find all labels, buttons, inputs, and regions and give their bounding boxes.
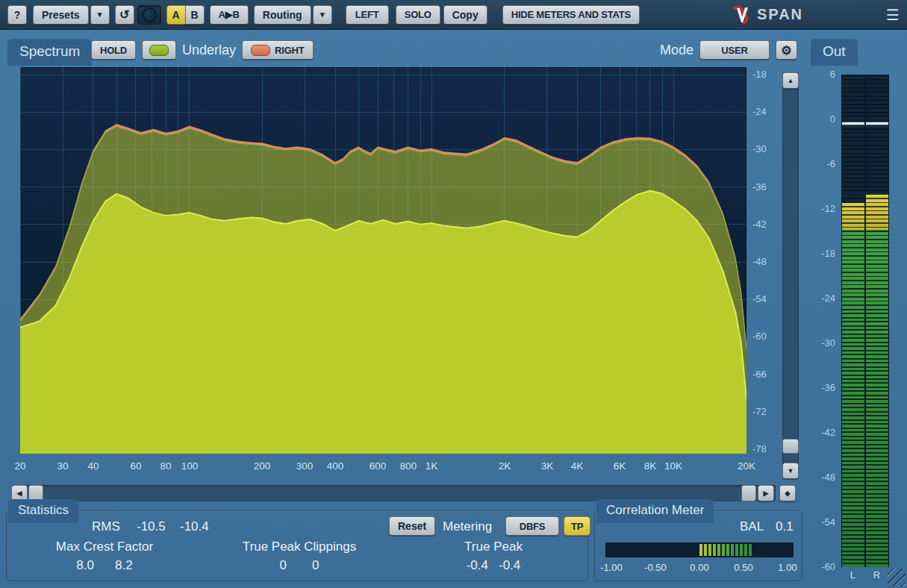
settings-gear-button[interactable]: ⚙ — [776, 40, 797, 60]
y-tick-label: -60 — [752, 331, 767, 342]
routing-dropdown-button[interactable]: ▾ — [313, 5, 332, 25]
y-tick-label: -48 — [752, 256, 767, 267]
vertical-scrollbar-thumb[interactable] — [782, 439, 799, 454]
x-tick-label: 60 — [130, 460, 141, 472]
meter-scale-label: -24 — [821, 293, 835, 304]
horizontal-scrollbar-thumb-right[interactable] — [741, 485, 756, 501]
x-tick-label: 100 — [181, 460, 199, 472]
meter-scale-label: -36 — [821, 382, 835, 393]
x-tick-label: 2K — [499, 460, 511, 472]
max-crest-right-value: 8.2 — [115, 558, 133, 573]
hold-button[interactable]: HOLD — [91, 40, 136, 60]
spectrum-header: Spectrum HOLD Underlay RIGHT Mode USER ⚙ — [6, 36, 799, 66]
voxengo-logo: SPAN — [732, 5, 803, 25]
x-tick-label: 40 — [87, 460, 99, 472]
right-channel-button[interactable]: RIGHT — [242, 40, 313, 60]
x-tick-label: 20 — [14, 460, 25, 472]
tab-out[interactable]: Out — [811, 39, 858, 66]
y-tick-label: -78 — [752, 443, 767, 454]
meter-scale-label: -12 — [821, 203, 835, 214]
zoom-diamond-button[interactable]: ◆ — [779, 485, 796, 501]
dbfs-button[interactable]: DBFS — [505, 516, 559, 536]
mode-user-button[interactable]: USER — [699, 40, 770, 60]
spectrum-svg — [20, 67, 747, 454]
meter-segments-overlay-l — [842, 75, 864, 567]
menu-button[interactable]: ☰ — [886, 6, 900, 24]
bal-label: BAL — [740, 519, 764, 534]
reset-button[interactable]: Reset — [389, 516, 435, 536]
underlay-label: Underlay — [182, 43, 236, 58]
mode-label: Mode — [660, 43, 694, 58]
meter-peak-line-l — [842, 122, 864, 125]
clippings-label: True Peak Clippings — [219, 539, 379, 554]
meter-scale-label: -18 — [821, 248, 835, 259]
undo-button[interactable]: ↺ — [115, 5, 134, 25]
level-meter-l[interactable] — [842, 75, 864, 567]
y-axis-labels: -18-24-30-36-42-48-54-60-66-72-78 — [751, 67, 781, 454]
power-circle-icon — [142, 7, 157, 22]
level-meter-r[interactable] — [866, 75, 888, 567]
help-button[interactable]: ? — [7, 5, 27, 25]
red-swatch-icon — [251, 45, 270, 56]
x-tick-label: 6K — [614, 460, 626, 472]
spectrum-plot[interactable] — [20, 67, 747, 454]
x-tick-label: 3K — [541, 460, 554, 472]
routing-button[interactable]: Routing — [254, 5, 311, 25]
true-peak-label: True Peak — [415, 539, 572, 554]
meter-peak-line-r — [866, 122, 888, 125]
true-peak-group: True Peak -0.4 -0.4 — [415, 539, 572, 573]
presets-button[interactable]: Presets — [33, 5, 89, 25]
channel-left-button[interactable]: LEFT — [346, 5, 389, 25]
presets-dropdown-button[interactable]: ▾ — [90, 5, 110, 25]
vertical-scrollbar-track[interactable] — [782, 72, 799, 479]
y-tick-label: -18 — [752, 69, 767, 80]
correlation-bar — [605, 542, 794, 557]
y-tick-label: -66 — [752, 369, 767, 380]
green-swatch-icon — [149, 45, 169, 56]
rms-left-value: -10.5 — [137, 519, 166, 534]
rms-right-value: -10.4 — [180, 519, 209, 534]
toolbar: ? Presets ▾ ↺ A B A▶B Routing ▾ LEFT SOL… — [0, 0, 907, 30]
x-tick-label: 30 — [57, 460, 68, 472]
y-tick-label: -24 — [752, 106, 767, 117]
voxengo-logo-icon — [732, 5, 752, 25]
tab-statistics[interactable]: Statistics — [8, 499, 78, 523]
meter-scale-label: -30 — [821, 337, 835, 348]
y-tick-label: -36 — [752, 181, 767, 193]
ab-b-button[interactable]: B — [185, 5, 205, 25]
scroll-right-button[interactable]: ▶ — [758, 485, 774, 501]
meter-segments-overlay-r — [866, 75, 888, 567]
solo-button[interactable]: SOLO — [396, 5, 440, 25]
bypass-button[interactable] — [137, 5, 161, 25]
x-tick-label: 1K — [426, 460, 438, 472]
max-crest-left-value: 8.0 — [76, 558, 94, 573]
x-tick-label: 800 — [400, 460, 417, 472]
meter-label-right: R — [873, 569, 880, 581]
x-tick-label: 300 — [296, 460, 314, 472]
meter-scale-label: -42 — [821, 427, 835, 438]
a-to-b-button[interactable]: A▶B — [210, 5, 249, 25]
scroll-down-button[interactable]: ▼ — [782, 463, 799, 479]
copy-button[interactable]: Copy — [443, 5, 487, 25]
hide-meters-button[interactable]: HIDE METERS AND STATS — [502, 5, 640, 25]
right-channel-label: RIGHT — [275, 45, 304, 56]
correlation-scale-label: 0.50 — [734, 562, 752, 573]
meter-scale-label: -6 — [826, 158, 835, 169]
tab-spectrum[interactable]: Spectrum — [7, 39, 92, 66]
meter-scale-label: 0 — [830, 113, 835, 125]
span-plugin-window: ? Presets ▾ ↺ A B A▶B Routing ▾ LEFT SOL… — [0, 0, 907, 588]
meter-scale-label: -60 — [821, 561, 835, 572]
correlation-scale-label: -0.50 — [644, 562, 667, 573]
x-tick-label: 400 — [327, 460, 344, 472]
underlay-color-button[interactable] — [142, 40, 176, 60]
x-tick-label: 4K — [571, 460, 584, 472]
y-tick-label: -42 — [752, 219, 767, 230]
rms-label: RMS — [92, 519, 120, 534]
ab-a-button[interactable]: A — [166, 5, 186, 25]
tab-correlation-meter[interactable]: Correlation Meter — [596, 499, 714, 523]
meter-label-left: L — [850, 569, 855, 581]
max-crest-label: Max Crest Factor — [25, 539, 184, 554]
scroll-up-button[interactable]: ▲ — [782, 72, 799, 89]
resize-grip[interactable] — [888, 569, 906, 587]
tp-button[interactable]: TP — [564, 516, 590, 536]
